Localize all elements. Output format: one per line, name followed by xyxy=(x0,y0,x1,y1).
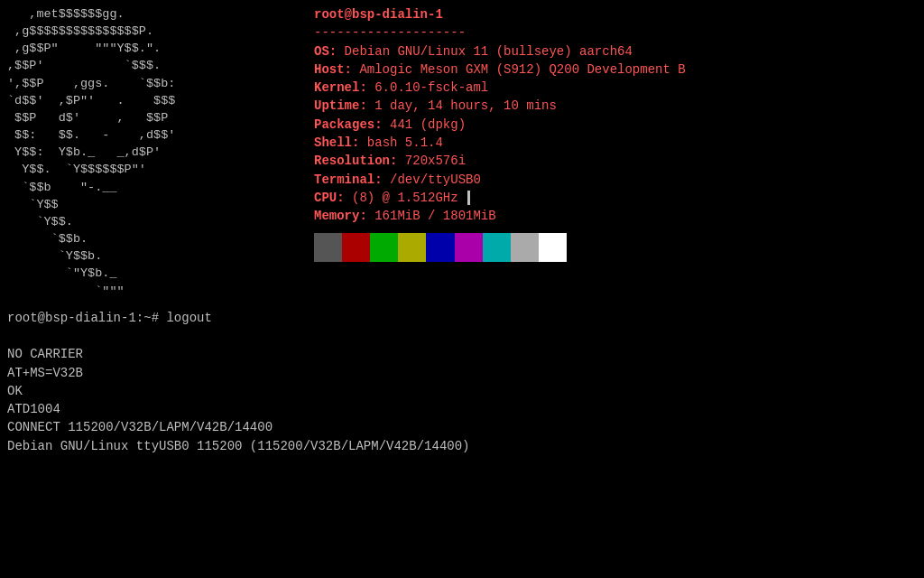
host-value: Amlogic Meson GXM (S912) Q200 Developmen… xyxy=(352,62,686,77)
terminal-output-line: ATD1004 xyxy=(7,400,917,418)
kernel-value: 6.0.10-fsck-aml xyxy=(367,80,488,95)
kernel-line: Kernel: 6.0.10-fsck-aml xyxy=(314,79,686,97)
top-section: ,met$$$$$$gg. ,g$$$$$$$$$$$$$$$P. ,g$$P"… xyxy=(7,4,917,300)
resolution-value: 720x576i xyxy=(397,154,466,168)
host-label: Host: xyxy=(314,62,352,77)
terminal-window: ,met$$$$$$gg. ,g$$$$$$$$$$$$$$$P. ,g$$P"… xyxy=(7,4,917,574)
memory-label: Memory: xyxy=(314,209,367,223)
resolution-line: Resolution: 720x576i xyxy=(314,152,686,170)
sysinfo-panel: root@bsp-dialin-1 -------------------- O… xyxy=(296,4,686,300)
cpu-value: (8) @ 1.512GHz xyxy=(345,191,458,205)
packages-line: Packages: 441 (dpkg) xyxy=(314,116,686,134)
color-swatch xyxy=(342,233,370,262)
ascii-art: ,met$$$$$$gg. ,g$$$$$$$$$$$$$$$P. ,g$$P"… xyxy=(7,4,296,300)
color-swatch xyxy=(455,233,483,262)
terminal-label: Terminal: xyxy=(314,172,383,187)
packages-label: Packages: xyxy=(314,117,383,132)
packages-value: 441 (dpkg) xyxy=(383,117,466,132)
color-swatch xyxy=(314,233,342,262)
color-swatch xyxy=(511,233,539,262)
color-swatch xyxy=(483,233,511,262)
shell-line: Shell: bash 5.1.4 xyxy=(314,134,686,152)
terminal-output-line: AT+MS=V32B xyxy=(7,364,917,382)
host-line: Host: Amlogic Meson GXM (S912) Q200 Deve… xyxy=(314,61,686,79)
uptime-value: 1 day, 14 hours, 10 mins xyxy=(367,98,557,113)
terminal-line: Terminal: /dev/ttyUSB0 xyxy=(314,171,686,189)
hostname-line: root@bsp-dialin-1 xyxy=(314,5,686,23)
separator: -------------------- xyxy=(314,25,466,40)
uptime-line: Uptime: 1 day, 14 hours, 10 mins xyxy=(314,97,686,115)
os-value: Debian GNU/Linux 11 (bullseye) aarch64 xyxy=(337,44,633,59)
color-swatch xyxy=(539,233,567,262)
color-swatch xyxy=(370,233,398,262)
separator-line: -------------------- xyxy=(314,23,686,42)
text-cursor xyxy=(467,191,470,205)
cpu-line: CPU: (8) @ 1.512GHz xyxy=(314,189,686,207)
color-swatch xyxy=(398,233,426,262)
uptime-label: Uptime: xyxy=(314,98,367,113)
terminal-output-line: root@bsp-dialin-1:~# logout xyxy=(7,309,917,327)
terminal-output-line: Debian GNU/Linux ttyUSB0 115200 (115200/… xyxy=(7,437,917,455)
color-swatch xyxy=(426,233,454,262)
bottom-section: root@bsp-dialin-1:~# logout NO CARRIERAT… xyxy=(7,309,917,455)
color-bar xyxy=(314,233,567,262)
kernel-label: Kernel: xyxy=(314,80,367,95)
terminal-output-line: CONNECT 115200/V32B/LAPM/V42B/14400 xyxy=(7,418,917,436)
os-line: OS: Debian GNU/Linux 11 (bullseye) aarch… xyxy=(314,42,686,61)
terminal-output-line: OK xyxy=(7,382,917,400)
hostname: root@bsp-dialin-1 xyxy=(314,7,443,22)
cpu-label: CPU: xyxy=(314,191,345,205)
terminal-output-line xyxy=(7,327,917,345)
terminal-value: /dev/ttyUSB0 xyxy=(383,172,481,187)
memory-value: 161MiB / 1801MiB xyxy=(367,209,496,223)
memory-line: Memory: 161MiB / 1801MiB xyxy=(314,207,686,225)
os-label: OS: xyxy=(314,44,337,59)
shell-label: Shell: xyxy=(314,135,359,150)
resolution-label: Resolution: xyxy=(314,154,397,168)
terminal-output-line: NO CARRIER xyxy=(7,345,917,363)
shell-value: bash 5.1.4 xyxy=(359,135,442,150)
